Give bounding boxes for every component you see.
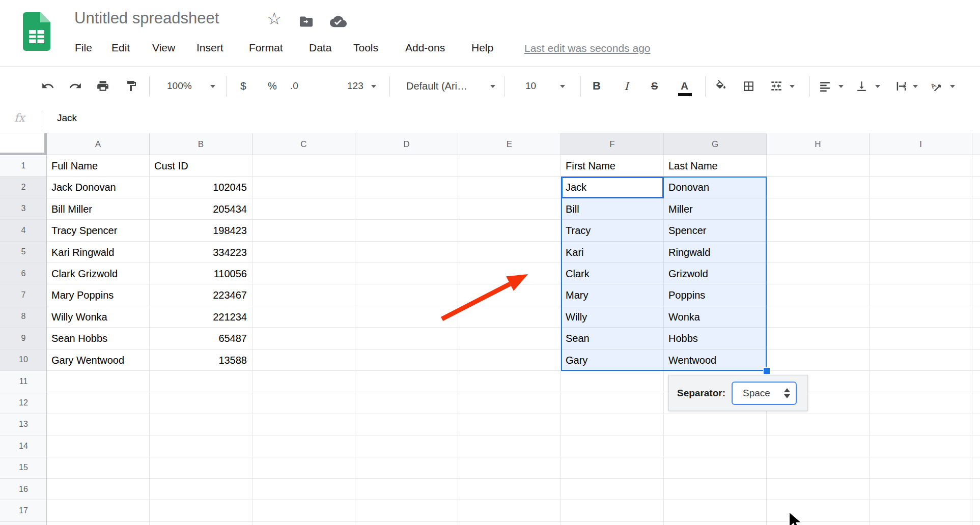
column-header-A[interactable]: A — [47, 133, 150, 155]
cell-A9[interactable]: Sean Hobbs — [47, 328, 150, 349]
text-rotation-caret-icon[interactable] — [950, 85, 955, 88]
cell-A7[interactable]: Mary Poppins — [47, 284, 150, 306]
cell-G5[interactable]: Ringwald — [664, 242, 767, 263]
cell-F3[interactable]: Bill — [561, 198, 664, 220]
row-header-16[interactable]: 16 — [0, 479, 47, 500]
row-header-10[interactable]: 10 — [0, 349, 47, 371]
column-header-G[interactable]: G — [664, 133, 767, 155]
vertical-align-icon[interactable] — [852, 77, 871, 95]
vertical-align-caret-icon[interactable] — [875, 85, 880, 88]
move-to-folder-icon[interactable] — [298, 15, 314, 28]
cell-B9[interactable]: 65487 — [150, 328, 253, 349]
cell-G8[interactable]: Wonka — [664, 306, 767, 328]
cloud-saved-icon[interactable] — [330, 16, 347, 28]
separator-select[interactable]: Space — [732, 382, 797, 405]
cell-B5[interactable]: 334223 — [150, 242, 253, 263]
last-edit-status[interactable]: Last edit was seconds ago — [524, 42, 651, 54]
cell-G3[interactable]: Miller — [664, 198, 767, 220]
bold-button[interactable]: B — [593, 67, 601, 105]
text-color-button[interactable]: A — [681, 67, 688, 105]
star-icon[interactable]: ☆ — [267, 11, 282, 26]
column-header-partial[interactable] — [972, 133, 980, 155]
menu-addons[interactable]: Add-ons — [405, 42, 445, 54]
column-header-C[interactable]: C — [253, 133, 355, 155]
borders-icon[interactable] — [739, 77, 758, 95]
merge-cells-caret-icon[interactable] — [790, 85, 795, 88]
menu-file[interactable]: File — [75, 42, 92, 54]
row-header-15[interactable]: 15 — [0, 457, 47, 479]
strikethrough-button[interactable]: S — [651, 67, 658, 105]
merge-cells-icon[interactable] — [767, 77, 786, 95]
row-header-14[interactable]: 14 — [0, 435, 47, 457]
cell-G2[interactable]: Donovan — [664, 177, 767, 198]
italic-button[interactable]: I — [624, 67, 629, 105]
cell-B6[interactable]: 110056 — [150, 263, 253, 284]
horizontal-align-caret-icon[interactable] — [838, 85, 844, 88]
cell-B2[interactable]: 102045 — [150, 177, 253, 198]
select-all-corner[interactable] — [0, 133, 47, 155]
cell-F4[interactable]: Tracy — [561, 220, 664, 241]
text-wrap-icon[interactable] — [892, 77, 910, 95]
menu-edit[interactable]: Edit — [111, 42, 130, 54]
cell-F10[interactable]: Gary — [561, 349, 664, 371]
row-header-9[interactable]: 9 — [0, 328, 47, 349]
format-currency-button[interactable]: $ — [240, 67, 246, 105]
row-header-17[interactable]: 17 — [0, 500, 47, 521]
cell-F2[interactable]: Jack — [561, 177, 664, 198]
font-size-selector[interactable]: 10 — [525, 67, 536, 105]
cell-F6[interactable]: Clark — [561, 263, 664, 284]
menu-format[interactable]: Format — [249, 42, 283, 54]
font-family-caret-icon[interactable] — [490, 85, 495, 88]
more-formats-caret-icon[interactable] — [371, 85, 376, 88]
row-header-13[interactable]: 13 — [0, 414, 47, 435]
sheets-logo-icon[interactable] — [23, 12, 50, 51]
row-header-7[interactable]: 7 — [0, 284, 47, 306]
column-header-F[interactable]: F — [561, 133, 664, 155]
cell-G6[interactable]: Grizwold — [664, 263, 767, 284]
cell-A10[interactable]: Gary Wentwood — [47, 349, 150, 371]
cell-A5[interactable]: Kari Ringwald — [47, 242, 150, 263]
column-header-B[interactable]: B — [150, 133, 253, 155]
cell-B8[interactable]: 221234 — [150, 306, 253, 328]
column-header-H[interactable]: H — [767, 133, 870, 155]
zoom-control[interactable]: 100% — [167, 67, 192, 105]
cell-A3[interactable]: Bill Miller — [47, 198, 150, 220]
cell-G9[interactable]: Hobbs — [664, 328, 767, 349]
redo-icon[interactable] — [66, 77, 85, 95]
print-icon[interactable] — [94, 77, 112, 95]
fill-color-icon[interactable] — [712, 77, 730, 95]
cell-B4[interactable]: 198423 — [150, 220, 253, 241]
more-formats-button[interactable]: 123 — [347, 67, 363, 105]
zoom-caret-icon[interactable] — [210, 85, 215, 88]
font-size-caret-icon[interactable] — [560, 85, 565, 88]
cell-G1[interactable]: Last Name — [664, 155, 767, 177]
menu-help[interactable]: Help — [471, 42, 493, 54]
cell-G4[interactable]: Spencer — [664, 220, 767, 241]
cell-G10[interactable]: Wentwood — [664, 349, 767, 371]
paint-format-icon[interactable] — [122, 77, 141, 95]
column-header-I[interactable]: I — [870, 133, 972, 155]
menu-data[interactable]: Data — [309, 42, 331, 54]
text-rotation-icon[interactable]: A — [928, 77, 946, 95]
row-header-2[interactable]: 2 — [0, 177, 47, 198]
text-wrap-caret-icon[interactable] — [913, 85, 918, 88]
row-header-6[interactable]: 6 — [0, 263, 47, 284]
font-family-selector[interactable]: Default (Ari… — [406, 67, 467, 105]
cell-A8[interactable]: Willy Wonka — [47, 306, 150, 328]
cell-B3[interactable]: 205434 — [150, 198, 253, 220]
cell-A4[interactable]: Tracy Spencer — [47, 220, 150, 241]
row-header-3[interactable]: 3 — [0, 198, 47, 220]
cell-F8[interactable]: Willy — [561, 306, 664, 328]
cell-A2[interactable]: Jack Donovan — [47, 177, 150, 198]
format-percent-button[interactable]: % — [268, 67, 277, 105]
column-header-E[interactable]: E — [458, 133, 561, 155]
horizontal-align-icon[interactable] — [816, 77, 834, 95]
document-title[interactable]: Untitled spreadsheet — [74, 9, 219, 27]
menu-insert[interactable]: Insert — [197, 42, 223, 54]
column-header-D[interactable]: D — [355, 133, 458, 155]
row-header-11[interactable]: 11 — [0, 371, 47, 392]
undo-icon[interactable] — [39, 77, 57, 95]
cell-B7[interactable]: 223467 — [150, 284, 253, 306]
row-header-12[interactable]: 12 — [0, 392, 47, 414]
row-header-8[interactable]: 8 — [0, 306, 47, 328]
